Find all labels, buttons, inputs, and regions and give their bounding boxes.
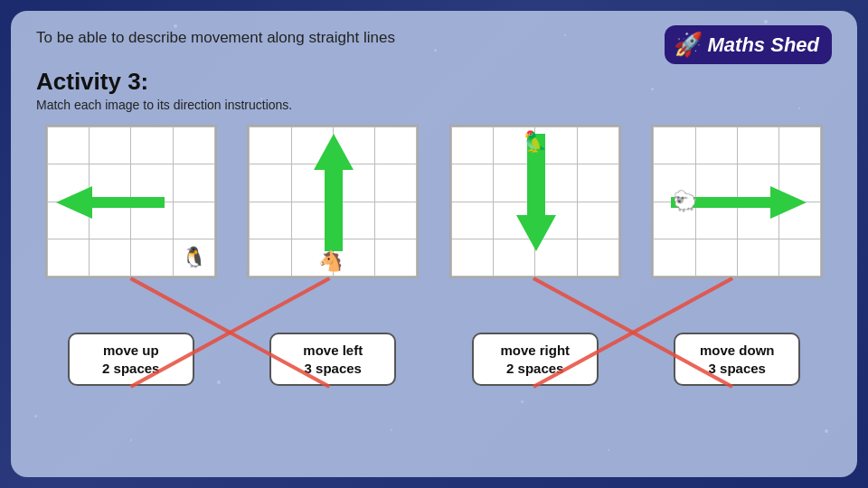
activity-title: Activity 3: [36,68,832,96]
panels-wrapper: 🐧 move up 2 spaces [36,125,832,386]
label-box-3: move right 2 spaces [472,333,599,386]
animal-penguin: 🐧 [182,246,206,269]
panel-col-2: 🐴 move left 3 spaces [239,125,429,386]
logo-text: Maths Shed [708,33,819,57]
animal-parrot: 🦜 [523,130,547,154]
animal-horse: 🐴 [318,249,343,273]
label-box-4: move down 3 spaces [674,333,800,386]
cross-area-1 [45,278,217,333]
label-box-1: move up 2 spaces [68,333,194,386]
grid-2: 🐴 [247,125,419,278]
cross-area-3 [449,278,621,333]
content-area: To be able to describe movement along st… [11,11,857,477]
panel-col-4: 🐑 move down 3 spaces [643,125,833,386]
animal-sheep: 🐑 [673,190,697,213]
objective-text: To be able to describe movement along st… [36,29,395,47]
header-row: To be able to describe movement along st… [36,29,832,64]
cross-area-4 [651,278,823,333]
logo-icon: 🚀 [674,31,703,59]
grid-1: 🐧 [45,125,217,278]
grid-3: 🦜 [449,125,621,278]
label-box-2: move left 3 spaces [269,333,396,386]
maths-shed-logo: 🚀 Maths Shed [665,25,832,64]
cross-area-2 [247,278,419,333]
grid-4: 🐑 [651,125,823,278]
panel-col-1: 🐧 move up 2 spaces [36,125,226,386]
activity-instruction: Match each image to its direction instru… [36,98,832,112]
panel-col-3: 🦜 move right 2 spaces [440,125,630,386]
